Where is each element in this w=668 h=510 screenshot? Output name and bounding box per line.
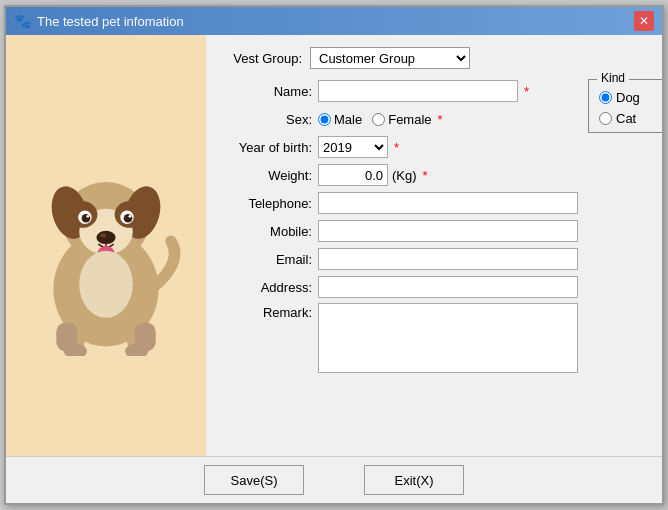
weight-group: (Kg) (318, 164, 417, 186)
sex-radio-group: Male Female (318, 112, 432, 127)
year-label: Year of birth: (222, 140, 312, 155)
mobile-label: Mobile: (222, 224, 312, 239)
weight-required: * (423, 168, 428, 183)
telephone-label: Telephone: (222, 196, 312, 211)
svg-point-9 (82, 213, 91, 222)
vest-row: Vest Group: Customer Group Group A Group… (222, 47, 646, 69)
name-required: * (524, 84, 529, 99)
name-label: Name: (222, 84, 312, 99)
svg-point-14 (100, 233, 106, 237)
sex-male-text: Male (334, 112, 362, 127)
email-label: Email: (222, 252, 312, 267)
name-input[interactable] (318, 80, 518, 102)
main-window: 🐾 The tested pet infomation ✕ (4, 5, 664, 505)
year-select[interactable]: 2019 2020 2021 2018 2017 (318, 136, 388, 158)
address-input[interactable] (318, 276, 578, 298)
main-form-container: Name: * Sex: Male (222, 79, 646, 444)
svg-point-10 (124, 213, 133, 222)
svg-point-16 (79, 250, 133, 317)
kind-cat-label[interactable]: Cat (599, 111, 662, 126)
weight-input[interactable] (318, 164, 388, 186)
sex-label: Sex: (222, 112, 312, 127)
left-form: Name: * Sex: Male (222, 79, 578, 444)
window-title: The tested pet infomation (37, 14, 184, 29)
address-row: Address: (222, 275, 578, 299)
kind-dog-label[interactable]: Dog (599, 90, 662, 105)
sex-female-radio[interactable] (372, 113, 385, 126)
window-icon: 🐾 (14, 13, 31, 29)
vest-select[interactable]: Customer Group Group A Group B (310, 47, 470, 69)
remark-row: Remark: (222, 303, 578, 373)
close-button[interactable]: ✕ (634, 11, 654, 31)
weight-unit: (Kg) (392, 168, 417, 183)
email-row: Email: (222, 247, 578, 271)
kind-cat-text: Cat (616, 111, 636, 126)
title-bar-left: 🐾 The tested pet infomation (14, 13, 184, 29)
dog-image (26, 136, 186, 356)
kind-legend: Kind (597, 71, 629, 85)
mobile-row: Mobile: (222, 219, 578, 243)
dog-panel (6, 35, 206, 456)
sex-male-label[interactable]: Male (318, 112, 362, 127)
telephone-input[interactable] (318, 192, 578, 214)
remark-textarea[interactable] (318, 303, 578, 373)
vest-label: Vest Group: (222, 51, 302, 66)
sex-row: Sex: Male Female * (222, 107, 578, 131)
weight-label: Weight: (222, 168, 312, 183)
email-input[interactable] (318, 248, 578, 270)
svg-rect-22 (135, 322, 156, 351)
sex-female-label[interactable]: Female (372, 112, 431, 127)
kind-cat-radio[interactable] (599, 112, 612, 125)
sex-male-radio[interactable] (318, 113, 331, 126)
save-button[interactable]: Save(S) (204, 465, 304, 495)
form-panel: Vest Group: Customer Group Group A Group… (206, 35, 662, 456)
weight-row: Weight: (Kg) * (222, 163, 578, 187)
sex-required: * (438, 112, 443, 127)
svg-rect-21 (56, 322, 77, 351)
exit-button[interactable]: Exit(X) (364, 465, 464, 495)
mobile-input[interactable] (318, 220, 578, 242)
address-label: Address: (222, 280, 312, 295)
year-row: Year of birth: 2019 2020 2021 2018 2017 … (222, 135, 578, 159)
remark-label: Remark: (222, 303, 312, 320)
svg-point-11 (86, 214, 89, 217)
content-area: Vest Group: Customer Group Group A Group… (6, 35, 662, 456)
telephone-row: Telephone: (222, 191, 578, 215)
kind-box: Kind * Dog Cat (588, 79, 662, 133)
name-row: Name: * (222, 79, 578, 103)
svg-point-12 (128, 214, 131, 217)
kind-dog-radio[interactable] (599, 91, 612, 104)
sex-female-text: Female (388, 112, 431, 127)
year-required: * (394, 140, 399, 155)
title-bar: 🐾 The tested pet infomation ✕ (6, 7, 662, 35)
kind-radio-group: Dog Cat (599, 90, 662, 126)
kind-dog-text: Dog (616, 90, 640, 105)
svg-point-13 (96, 230, 115, 243)
bottom-bar: Save(S) Exit(X) (6, 456, 662, 503)
